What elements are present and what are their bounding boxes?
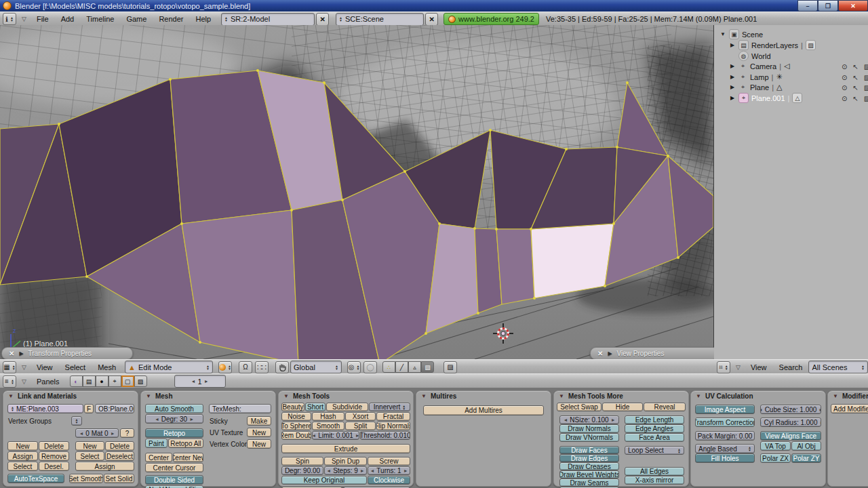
visibility-toggles-camera[interactable]: ⊙↖▨	[842, 63, 868, 70]
panel-close-icon[interactable]: ✕	[597, 350, 603, 357]
cyl-radius-stepper[interactable]: ◄Cyl Radius: 1.000►	[760, 418, 821, 427]
script-context-icon[interactable]: ▤	[83, 375, 96, 387]
menu-help[interactable]: Help	[189, 15, 217, 23]
draw-vnormals-toggle[interactable]: Draw VNormals	[559, 433, 619, 442]
extrude-button[interactable]: Extrude	[281, 444, 410, 453]
draw-seams-toggle[interactable]: Draw Seams	[559, 479, 619, 487]
screw-button[interactable]: Screw	[368, 457, 410, 466]
vertex-color-new-button[interactable]: New	[247, 439, 271, 449]
viewport-canvas[interactable]: z	[0, 25, 713, 359]
center-button[interactable]: Center	[145, 453, 172, 462]
polar-zx-toggle[interactable]: Polar ZX	[760, 453, 791, 463]
set-smooth-button[interactable]: Set Smooth	[69, 474, 103, 483]
material-index-stepper[interactable]: ◄0 Mat 0►	[75, 428, 119, 438]
face-select-mode[interactable]: ▵	[408, 361, 421, 373]
sticky-make-button[interactable]: Make	[247, 416, 271, 426]
edge-angles-toggle[interactable]: Edge Angles	[625, 424, 684, 433]
manipulator-toggle[interactable]: Ω	[239, 361, 252, 373]
turns-stepper[interactable]: ◄Turns: 1►	[368, 466, 410, 475]
vertex-groups-menu-button[interactable]: ▲▼	[71, 416, 82, 426]
object-name-field[interactable]: OB:Plane.001	[95, 404, 134, 413]
texmesh-field[interactable]: TexMesh:	[209, 404, 271, 413]
select-swap-button[interactable]: Select Swap	[557, 403, 601, 411]
innervert-dropdown[interactable]: Innervert▲▼	[369, 403, 410, 411]
visibility-toggles-plane[interactable]: ⊙↖▨	[842, 84, 868, 92]
pack-margin-stepper[interactable]: ◄Pack Margin: 0.00►	[695, 431, 755, 441]
menu-render[interactable]: Render	[153, 15, 189, 23]
vgroup-remove-button[interactable]: Remove	[39, 451, 69, 461]
view-properties-panel[interactable]: ✕ ▶ View Properties	[590, 347, 719, 360]
menu-search[interactable]: Search	[773, 363, 809, 371]
vgroup-deselect-button[interactable]: Desel.	[39, 462, 69, 471]
vertex-select-mode[interactable]: ∴	[382, 361, 395, 373]
screen-delete-button[interactable]: ✕	[316, 13, 329, 26]
rem-doubles-button[interactable]: Rem Doubl	[281, 431, 311, 440]
double-sided-toggle[interactable]: Double Sided	[145, 475, 203, 485]
panel-link-and-materials[interactable]: ▼Link and Materials ▲▼ME:Plane.003 F OB:…	[3, 390, 138, 487]
keep-original-toggle[interactable]: Keep Original	[281, 476, 367, 485]
smooth-button[interactable]: Smooth	[312, 422, 344, 430]
menu-collapse-icon[interactable]: ▽	[22, 16, 26, 22]
collapse-icon[interactable]: ▼	[719, 31, 726, 37]
outliner-row-scene[interactable]: ▼ ▣ Scene	[719, 29, 763, 39]
scenes-filter-dropdown[interactable]: All Scenes▲▼	[808, 361, 868, 373]
expand-icon[interactable]: ▶	[729, 74, 736, 80]
degr-stepper[interactable]: ◄Degr: 90.00►	[281, 466, 323, 475]
center-cursor-button[interactable]: Center Cursor	[145, 463, 203, 472]
outliner-row-plane-001[interactable]: ▶ ⌖ Plane.001 | △	[729, 93, 802, 103]
autotexspace-toggle[interactable]: AutoTexSpace	[7, 474, 64, 483]
occlude-geometry-toggle[interactable]: ▧	[421, 361, 434, 373]
transform-properties-panel[interactable]: ✕ ▶ Transform Properties	[1, 347, 133, 360]
menu-view[interactable]: View	[745, 363, 773, 371]
menu-game[interactable]: Game	[120, 15, 153, 23]
outliner-row-renderlayers[interactable]: ▶ ▤ RenderLayers | ▨	[729, 40, 816, 50]
render-toggle-icon[interactable]: ▨	[806, 40, 816, 50]
editing-context-icon[interactable]: ▢	[121, 375, 134, 387]
clockwise-toggle[interactable]: Clockwise	[368, 476, 410, 485]
hide-button[interactable]: Hide	[602, 403, 643, 411]
render-preview-icon[interactable]: ▨	[443, 361, 457, 373]
retopo-toggle[interactable]: Retopo	[145, 428, 203, 438]
panel-multires[interactable]: ▼Multires Add Multires	[416, 390, 551, 487]
expand-icon[interactable]: ▶	[729, 42, 736, 48]
noise-button[interactable]: Noise	[281, 412, 311, 421]
draw-creases-toggle[interactable]: Draw Creases	[559, 462, 619, 470]
visibility-toggles-plane-001[interactable]: ⊙↖▨	[842, 95, 868, 102]
editor-type-button[interactable]: ▦▲▼	[3, 361, 16, 373]
3d-viewport[interactable]: z (1) Plane.001 ✕ ▶ Transform Properties…	[0, 25, 714, 359]
add-modifier-button[interactable]: Add Modifier	[831, 404, 868, 413]
shading-context-icon[interactable]: ●	[96, 375, 108, 387]
auto-smooth-toggle[interactable]: Auto Smooth	[145, 404, 203, 413]
panel-expand-icon[interactable]: ▶	[608, 350, 612, 357]
panel-close-icon[interactable]: ✕	[9, 350, 14, 357]
spin-button[interactable]: Spin	[281, 457, 323, 466]
outliner-row-plane[interactable]: ▶ ⌖ Plane | △	[729, 82, 782, 92]
reveal-button[interactable]: Reveal	[644, 403, 686, 411]
va-top-toggle[interactable]: VA Top	[760, 441, 791, 451]
steps-stepper[interactable]: ◄Steps: 9►	[324, 466, 367, 475]
spin-dup-button[interactable]: Spin Dup	[324, 457, 367, 466]
expand-icon[interactable]: ▶	[729, 63, 736, 69]
limit-stepper[interactable]: ◄Limit: 0.001►	[312, 431, 359, 440]
menu-select[interactable]: Select	[59, 363, 92, 371]
material-deselect-button[interactable]: Deselect	[105, 451, 134, 461]
view-aligns-face-toggle[interactable]: View Aligns Face	[760, 431, 821, 441]
maximize-button[interactable]: ❐	[818, 0, 838, 12]
menu-file[interactable]: File	[31, 15, 55, 23]
buttons-page-stepper[interactable]: ◄1►	[174, 375, 226, 388]
panel-uv-calculation[interactable]: ▼UV Calculation Image Aspect ◄Cube Size:…	[690, 390, 826, 487]
title-bar[interactable]: Blender [f:\Models\MISC models\tutorials…	[0, 0, 868, 12]
hand-manipulator-icon[interactable]	[275, 361, 289, 373]
menu-timeline[interactable]: Timeline	[80, 15, 120, 23]
mesh-datablock-field[interactable]: ▲▼ME:Plane.003	[7, 404, 83, 413]
close-button[interactable]: ✕	[838, 0, 868, 12]
layers-grid[interactable]: ⸬⸬	[255, 361, 269, 373]
no-vnormal-flip-toggle[interactable]: No V.Normal Flip	[145, 485, 203, 488]
x-axis-mirror-toggle[interactable]: X-axis mirror	[625, 476, 684, 485]
degr-stepper[interactable]: ◄Degr: 30►	[145, 414, 203, 424]
edge-select-mode[interactable]: ╱	[395, 361, 408, 373]
proportional-edit-icon[interactable]: ◯	[363, 361, 377, 373]
material-delete-button[interactable]: Delete	[105, 441, 134, 451]
nsize-stepper[interactable]: ◄NSize: 0.100►	[559, 415, 619, 424]
expand-icon[interactable]: ▶	[729, 84, 736, 90]
